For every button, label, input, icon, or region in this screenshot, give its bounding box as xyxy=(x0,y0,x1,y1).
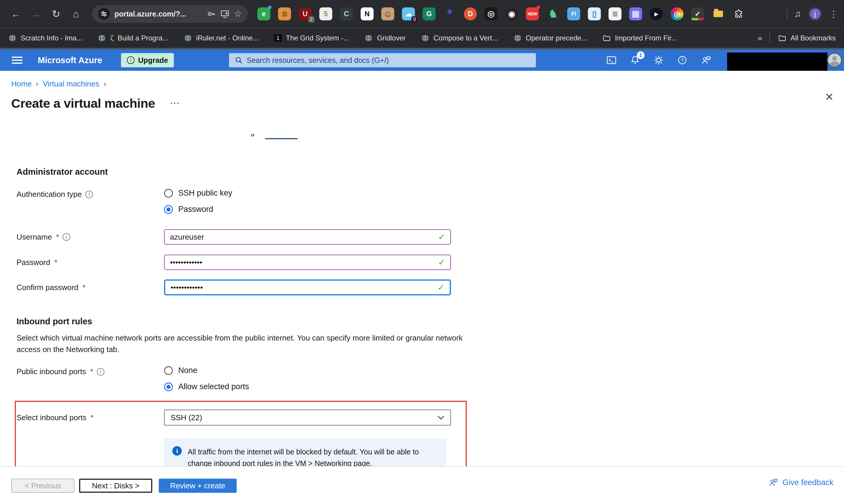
username-input[interactable] xyxy=(170,233,435,242)
radio-ssh-public-key[interactable]: SSH public key xyxy=(164,188,232,198)
bookmarks-overflow-icon[interactable]: » xyxy=(757,33,761,43)
home-icon[interactable]: ⌂ xyxy=(69,7,83,21)
fi-icon[interactable]: FI xyxy=(567,7,580,20)
install-app-icon[interactable] xyxy=(220,10,229,18)
previous-button[interactable]: < Previous xyxy=(11,479,74,493)
document-icon[interactable]: ≣ xyxy=(609,7,622,20)
auth-type-info-icon[interactable]: i xyxy=(85,191,93,198)
bookmark-item-7[interactable]: Imported From Fir... xyxy=(603,34,677,42)
azure-brand[interactable]: Microsoft Azure xyxy=(38,55,102,65)
upgrade-button[interactable]: ↑ Upgrade xyxy=(121,53,174,67)
bookmark-item-3[interactable]: 1The Grid System -... xyxy=(274,34,349,42)
green-list-icon[interactable]: 5 xyxy=(319,7,332,20)
checklist-icon[interactable]: ✓ xyxy=(691,7,704,20)
search-placeholder: Search resources, services, and docs (G+… xyxy=(247,56,389,65)
close-icon[interactable]: × xyxy=(825,90,833,104)
checklist-icon-bars xyxy=(691,18,704,20)
browser-toolbar: ← → ↻ ⌂ portal.azure.com/?... ☆ e≣U25CN☺… xyxy=(0,0,844,28)
site-settings-icon[interactable] xyxy=(98,8,110,20)
react-icon[interactable]: ◎ xyxy=(485,7,498,20)
valid-check-icon: ✓ xyxy=(438,283,445,292)
new-badge-icon[interactable]: NEW xyxy=(526,7,539,20)
browser-window: ← → ↻ ⌂ portal.azure.com/?... ☆ e≣U25CN☺… xyxy=(0,0,844,504)
dark-arrow-icon[interactable]: ▸ xyxy=(650,7,663,20)
evernote-icon[interactable]: e xyxy=(257,7,270,20)
yellow-folder-icon[interactable] xyxy=(712,7,725,20)
globe-favicon xyxy=(8,34,17,42)
green-creature-icon[interactable]: ♞ xyxy=(546,7,559,20)
settings-gear-icon[interactable] xyxy=(653,54,665,66)
radio-allow-selected-ports[interactable]: Allow selected ports xyxy=(164,382,249,391)
hamburger-menu-icon[interactable] xyxy=(12,57,22,64)
header-feedback-icon[interactable] xyxy=(700,54,712,66)
bookmark-item-0[interactable]: Scratch Info - Ima... xyxy=(8,34,82,42)
bookmark-label: Operator precede... xyxy=(526,34,587,42)
all-bookmarks[interactable]: All Bookmarks xyxy=(778,34,836,42)
spiral-icon[interactable]: ◉ xyxy=(505,7,518,20)
radio-none[interactable]: None xyxy=(164,366,249,375)
globe-favicon xyxy=(421,34,429,42)
help-icon[interactable]: ? xyxy=(676,54,688,66)
back-icon[interactable]: ← xyxy=(9,7,23,21)
bookmark-item-2[interactable]: iRuler.net - Online... xyxy=(184,34,259,42)
chevron-down-icon xyxy=(437,415,445,420)
review-create-button[interactable]: Review + create xyxy=(159,479,237,493)
extensions-puzzle-icon[interactable] xyxy=(733,7,746,20)
grammarly-icon[interactable]: G xyxy=(423,7,435,20)
radio-selected-icon xyxy=(164,382,173,391)
select-inbound-ports-dropdown[interactable]: SSH (22) xyxy=(164,410,451,426)
media-controls-icon[interactable]: ♫ xyxy=(794,9,801,19)
browser-profile-avatar[interactable]: j xyxy=(808,7,822,21)
globe-favicon xyxy=(184,34,192,42)
username-label-cell: Username* i xyxy=(17,233,164,242)
url-text: portal.azure.com/?... xyxy=(114,10,186,18)
orange-book-icon[interactable]: ≣ xyxy=(278,7,291,20)
next-disks-button[interactable]: Next : Disks > xyxy=(79,479,152,493)
browser-menu-icon[interactable]: ⋮ xyxy=(829,9,838,19)
bookmarks-divider xyxy=(769,33,770,43)
radio-selected-icon xyxy=(164,205,173,214)
address-bar[interactable]: portal.azure.com/?... ☆ xyxy=(92,5,248,23)
cloud-shell-icon[interactable] xyxy=(606,54,617,66)
grid-squares-icon[interactable]: ▦ xyxy=(629,7,642,20)
breadcrumb-virtual-machines[interactable]: Virtual machines xyxy=(43,79,100,89)
snake-emoji: ζ xyxy=(110,34,113,42)
bookmark-item-4[interactable]: Gridlover xyxy=(364,34,406,42)
password-input[interactable] xyxy=(170,258,435,267)
bookmark-star-icon[interactable]: ☆ xyxy=(234,10,242,18)
forward-icon[interactable]: → xyxy=(29,7,43,21)
blue-asterisk-icon[interactable]: * xyxy=(443,7,456,20)
bookmark-item-5[interactable]: Compose to a Vert... xyxy=(421,34,498,42)
reload-icon[interactable]: ↻ xyxy=(49,7,63,21)
admin-account-heading: Administrator account xyxy=(17,167,844,177)
numbered-favicon: 1 xyxy=(274,34,282,42)
notion-icon[interactable]: N xyxy=(361,7,374,20)
color-picker-icon[interactable]: ◎ xyxy=(670,7,683,20)
inbound-port-rules-heading: Inbound port rules xyxy=(17,317,844,326)
username-info-icon[interactable]: i xyxy=(62,233,70,241)
password-key-icon[interactable] xyxy=(207,10,216,18)
radio-password[interactable]: Password xyxy=(164,205,232,214)
ghostery-icon[interactable]: ☁0 xyxy=(402,7,415,20)
azure-search-input[interactable]: Search resources, services, and docs (G+… xyxy=(229,53,536,67)
clockify-icon[interactable]: C xyxy=(340,7,353,20)
notifications-bell-icon[interactable]: 1 xyxy=(629,54,641,66)
svg-text:?: ? xyxy=(681,57,683,63)
account-avatar[interactable] xyxy=(827,53,842,68)
duckduckgo-icon[interactable]: D xyxy=(464,7,477,20)
bookmarks-bar: Scratch Info - Ima...ζBuild a Progra...i… xyxy=(0,28,844,48)
bookmark-label: Imported From Fir... xyxy=(615,34,677,42)
title-overflow-menu[interactable]: ··· xyxy=(170,99,180,108)
phone-icon[interactable]: ▯ xyxy=(588,7,601,20)
give-feedback-link[interactable]: Give feedback xyxy=(768,478,833,487)
bookmark-item-6[interactable]: Operator precede... xyxy=(514,34,587,42)
red-shield-icon[interactable]: U2 xyxy=(299,7,312,20)
bookmark-item-1[interactable]: ζBuild a Progra... xyxy=(98,34,168,42)
breadcrumb-separator: › xyxy=(36,79,38,89)
avatar-glasses-icon[interactable]: ☺ xyxy=(381,7,394,20)
public-ports-info-icon[interactable]: i xyxy=(97,368,105,376)
page-content: Home › Virtual machines › Create a virtu… xyxy=(0,71,844,466)
breadcrumb-home[interactable]: Home xyxy=(11,79,32,89)
confirm-password-input[interactable] xyxy=(170,283,434,292)
all-bookmarks-label: All Bookmarks xyxy=(791,34,836,42)
